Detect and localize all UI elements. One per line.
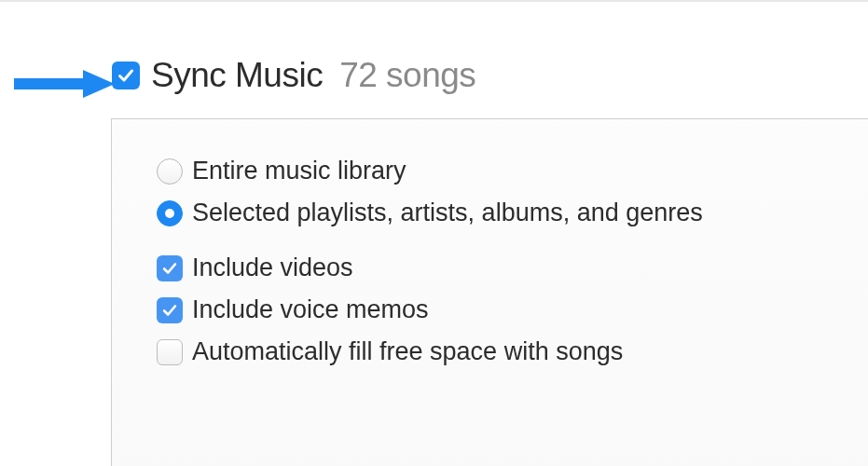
sync-music-checkbox[interactable]	[112, 62, 140, 89]
divider-line	[0, 0, 868, 2]
checkbox-row-include-videos: Include videos	[157, 254, 831, 282]
sync-music-header: Sync Music 72 songs	[112, 56, 475, 95]
radio-entire-library[interactable]	[157, 158, 183, 185]
check-icon	[161, 260, 178, 277]
sync-options-panel: Entire music library Selected playlists,…	[111, 118, 868, 466]
svg-marker-1	[83, 70, 115, 98]
check-icon	[161, 302, 178, 319]
include-videos-label: Include videos	[192, 254, 353, 282]
sync-music-title: Sync Music	[151, 56, 323, 95]
radio-selected-playlists-label: Selected playlists, artists, albums, and…	[192, 199, 703, 227]
checkbox-auto-fill[interactable]	[157, 339, 183, 365]
annotation-arrow-icon	[14, 70, 115, 98]
checkbox-include-voice-memos[interactable]	[157, 297, 183, 323]
radio-entire-library-label: Entire music library	[192, 157, 406, 185]
song-count-label: 72 songs	[339, 56, 475, 95]
checkbox-row-auto-fill: Automatically fill free space with songs	[157, 337, 831, 366]
checkbox-row-include-voice-memos: Include voice memos	[157, 295, 831, 324]
check-icon	[117, 66, 135, 85]
checkbox-include-videos[interactable]	[157, 255, 183, 281]
radio-row-selected-playlists: Selected playlists, artists, albums, and…	[157, 199, 831, 227]
auto-fill-label: Automatically fill free space with songs	[192, 337, 623, 366]
include-voice-memos-label: Include voice memos	[192, 295, 429, 324]
radio-selected-playlists[interactable]	[157, 200, 183, 226]
radio-row-entire-library: Entire music library	[157, 157, 831, 185]
